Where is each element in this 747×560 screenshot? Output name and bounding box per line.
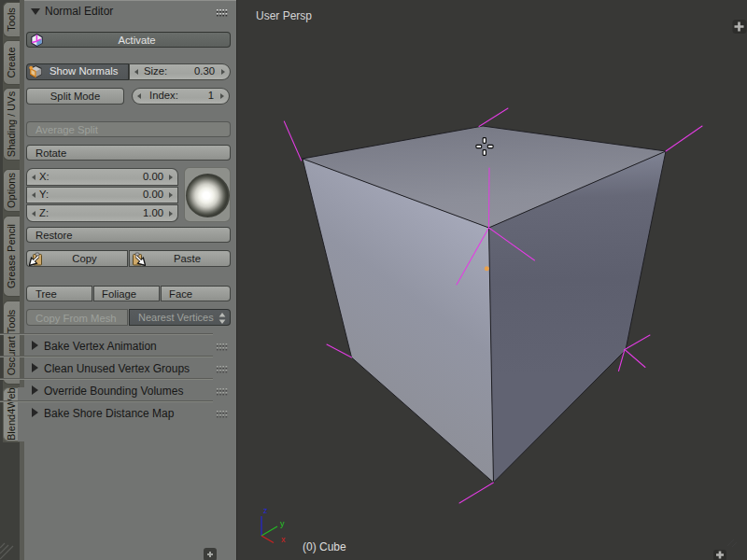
svg-text:z: z xyxy=(263,506,268,515)
svg-text:y: y xyxy=(280,519,285,528)
svg-text:User Persp: User Persp xyxy=(256,9,312,22)
svg-text:x: x xyxy=(281,535,286,544)
svg-text:(0) Cube: (0) Cube xyxy=(303,540,346,553)
